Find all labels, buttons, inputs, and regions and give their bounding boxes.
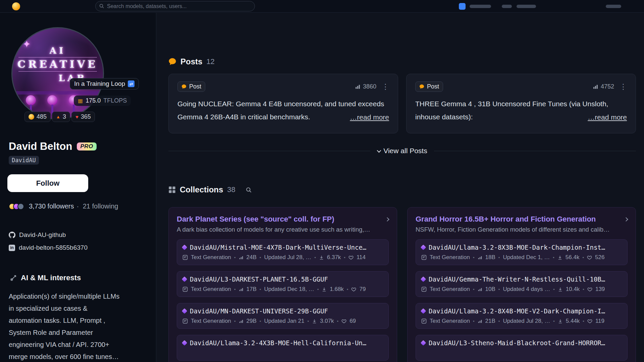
view-all-row: View all Posts bbox=[168, 147, 636, 155]
separator-dot bbox=[553, 254, 554, 261]
tflops-value: 175.0 bbox=[86, 97, 101, 104]
github-icon bbox=[9, 232, 15, 238]
collection-title-row[interactable]: Dark Planet Series (see "source" coll. f… bbox=[177, 215, 389, 224]
download-icon bbox=[558, 287, 563, 292]
pro-badge[interactable]: PRO bbox=[77, 142, 96, 150]
interests-header: AI & ML interests bbox=[10, 274, 81, 282]
model-icon bbox=[421, 340, 426, 346]
model-name[interactable]: DavidAU/MN-DARKEST-UNIVERSE-29B-GGUF bbox=[190, 307, 328, 315]
nav-item[interactable] bbox=[470, 5, 491, 8]
collection-subtitle: A dark bias collection of models for any… bbox=[177, 226, 389, 233]
params-icon bbox=[239, 287, 244, 292]
model-name[interactable]: DavidAU/Mistral-MOE-4X7B-Dark-MultiVerse… bbox=[190, 244, 366, 251]
post-menu-button[interactable]: ⋮ bbox=[620, 83, 627, 90]
follower-avatars bbox=[9, 203, 24, 210]
model-likes: 526 bbox=[595, 254, 604, 261]
model-card[interactable]: DavidAU/L3-DARKEST-PLANET-16.5B-GGUF bbox=[177, 271, 389, 297]
search-input[interactable] bbox=[95, 1, 255, 11]
avatar-stool bbox=[26, 95, 36, 105]
model-meta: Text Generation bbox=[421, 318, 622, 324]
loop-arrows-icon: ⇄ bbox=[128, 80, 135, 87]
task-icon bbox=[182, 287, 188, 292]
model-updated: Updated Dec 18, … bbox=[264, 286, 314, 293]
interests-icon bbox=[10, 275, 17, 281]
heart-outline-icon bbox=[348, 255, 354, 260]
model-task: Text Generation bbox=[430, 286, 470, 293]
post-views-count: 4752 bbox=[601, 83, 614, 90]
abacus-icon: ▦ bbox=[78, 98, 83, 104]
post-menu-button[interactable]: ⋮ bbox=[382, 83, 389, 90]
post-card[interactable]: Post 3860 ⋮ Going NU bbox=[168, 74, 398, 133]
separator-dot bbox=[337, 318, 339, 324]
profile-name: David Belton bbox=[9, 140, 72, 153]
followers-count-link[interactable]: 3,730 followers bbox=[29, 202, 74, 210]
divider bbox=[168, 151, 370, 151]
collections-title: Collections bbox=[180, 185, 223, 194]
tflops-badge[interactable]: ▦ 175.0 TFLOPS bbox=[74, 96, 131, 106]
speech-bubble-icon bbox=[168, 58, 176, 66]
model-card[interactable]: DavidAU/Llama-3.2-4X3B-MOE-Hell-Californ… bbox=[177, 335, 389, 361]
download-icon bbox=[312, 319, 317, 324]
model-name[interactable]: DavidAU/L3-Stheno-Maid-Blackroot-Grand-H… bbox=[429, 339, 605, 347]
heart-outline-icon bbox=[587, 255, 592, 260]
separator-dot bbox=[583, 286, 584, 293]
separator-dot bbox=[314, 254, 316, 261]
model-updated: Updated 4 days … bbox=[503, 286, 550, 293]
model-icon bbox=[421, 308, 426, 314]
collection-card: Dark Planet Series (see "source" coll. f… bbox=[168, 207, 397, 362]
neon-line bbox=[18, 71, 97, 72]
nav-icon[interactable] bbox=[459, 3, 466, 10]
nav-item[interactable] bbox=[502, 5, 512, 8]
nav-item[interactable] bbox=[606, 5, 621, 8]
model-size: 18B bbox=[485, 254, 495, 261]
profile-page: ✦ AI CREATIVE LAB In a Training Loop ⇄ ▦… bbox=[0, 0, 644, 362]
separator-dot bbox=[260, 286, 261, 293]
model-card[interactable]: DavidAU/Llama-3.2-8X3B-MOE-Dark-Champion… bbox=[416, 239, 628, 265]
post-text: THREE Gemma 4 , 31B Uncensored Fine Tune… bbox=[415, 100, 608, 121]
model-name[interactable]: DavidAU/Llama-3.2-8X3B-MOE-Dark-Champion… bbox=[429, 244, 605, 251]
read-more-link[interactable]: …read more bbox=[346, 111, 389, 124]
model-name[interactable]: DavidAU/Llama-3.2-4X3B-MOE-Hell-Californ… bbox=[190, 339, 366, 347]
model-card[interactable]: DavidAU/Mistral-MOE-4X7B-Dark-MultiVerse… bbox=[177, 239, 389, 265]
collection-title[interactable]: Dark Planet Series (see "source" coll. f… bbox=[177, 215, 382, 224]
download-icon bbox=[319, 255, 324, 260]
nav-item[interactable] bbox=[517, 5, 536, 8]
heart-reaction-pill[interactable]: ♥ 365 bbox=[71, 112, 95, 122]
post-card[interactable]: Post 4752 ⋮ THREE Ge bbox=[406, 74, 636, 133]
model-name[interactable]: DavidAU/Gemma-The-Writer-N-Restless-Quil… bbox=[429, 276, 605, 283]
model-card[interactable]: DavidAU/Gemma-The-Writer-N-Restless-Quil… bbox=[416, 271, 628, 297]
posts-count: 12 bbox=[206, 57, 214, 66]
bar-chart-icon bbox=[593, 84, 598, 89]
model-card[interactable]: DavidAU/Llama-3.2-8X4B-MOE-V2-Dark-Champ… bbox=[416, 303, 628, 329]
model-updated: Updated Jan 21 bbox=[264, 318, 304, 324]
post-impressions: 3860 bbox=[355, 83, 376, 90]
profile-main: Posts 12 Post bbox=[156, 13, 644, 362]
username-badge: DavidAU bbox=[9, 156, 39, 165]
model-name[interactable]: DavidAU/Llama-3.2-8X4B-MOE-V2-Dark-Champ… bbox=[429, 307, 605, 315]
linkedin-link[interactable]: in david-belton-5855b6370 bbox=[9, 244, 88, 251]
collection-models: DavidAU/Llama-3.2-8X3B-MOE-Dark-Champion… bbox=[416, 239, 628, 361]
model-name[interactable]: DavidAU/L3-DARKEST-PLANET-16.5B-GGUF bbox=[190, 276, 328, 283]
model-updated: Updated Jul 28, … bbox=[503, 318, 550, 324]
huggingface-logo-icon[interactable] bbox=[12, 2, 20, 10]
model-updated: Updated Dec 1, … bbox=[503, 254, 550, 261]
bar-chart-icon bbox=[355, 84, 361, 89]
read-more-link[interactable]: …read more bbox=[584, 111, 627, 124]
post-badge-label: Post bbox=[189, 83, 201, 90]
hug-reaction-pill[interactable]: 485 bbox=[24, 112, 51, 122]
collections-count: 38 bbox=[227, 185, 235, 194]
post-impressions: 4752 bbox=[593, 83, 614, 90]
params-icon bbox=[478, 255, 482, 260]
status-text: In a Training Loop bbox=[74, 80, 125, 87]
collection-title-row[interactable]: Grand Horror 16.5B+ Horror and Fiction G… bbox=[416, 215, 628, 224]
fire-reaction-pill[interactable]: ▲ 3 bbox=[52, 112, 70, 122]
following-count-link[interactable]: 21 following bbox=[77, 202, 118, 210]
model-card[interactable]: DavidAU/MN-DARKEST-UNIVERSE-29B-GGUF bbox=[177, 303, 389, 329]
view-all-posts-button[interactable]: View all Posts bbox=[377, 147, 427, 155]
follow-button[interactable]: Follow bbox=[7, 174, 88, 192]
model-card[interactable]: DavidAU/L3-Stheno-Maid-Blackroot-Grand-H… bbox=[416, 335, 628, 361]
collections-search-button[interactable] bbox=[244, 185, 253, 194]
status-badge[interactable]: In a Training Loop ⇄ bbox=[70, 78, 139, 89]
github-link[interactable]: David-AU-github bbox=[9, 231, 66, 239]
collection-title[interactable]: Grand Horror 16.5B+ Horror and Fiction G… bbox=[416, 215, 621, 224]
